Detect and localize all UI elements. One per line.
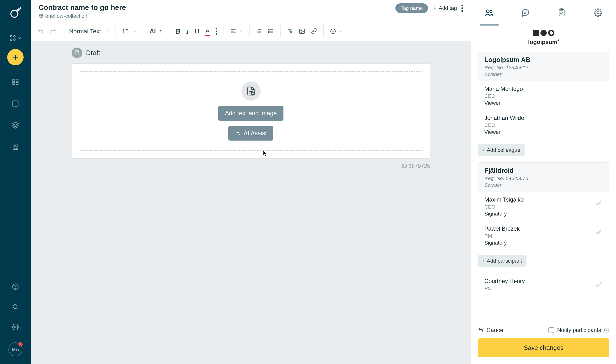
clear-format-button[interactable] — [287, 28, 293, 34]
company-header[interactable]: Logoipsum AB Reg. No. 12345612 Sweden — [478, 52, 609, 81]
chevron-down-icon — [105, 29, 109, 33]
panel-tabs — [471, 0, 616, 26]
document-header: Contract name to go here oneflow-collect… — [31, 0, 471, 22]
status-badge — [72, 48, 82, 58]
tag-chip[interactable]: Tag name — [395, 3, 428, 13]
workspace-switcher[interactable] — [9, 35, 21, 41]
svg-marker-57 — [340, 31, 342, 32]
font-size-select[interactable]: 16 — [122, 28, 137, 35]
svg-point-49 — [268, 29, 269, 30]
participant-row[interactable]: Maria Montego CEO Viewer — [478, 81, 609, 110]
primary-nav — [12, 78, 19, 150]
editor-area: Contract name to go here oneflow-collect… — [31, 0, 471, 364]
bullet-list-button[interactable] — [268, 28, 274, 34]
svg-point-53 — [301, 30, 302, 31]
tab-participants[interactable] — [471, 0, 507, 26]
bold-button[interactable]: B — [175, 27, 181, 35]
text-style-select[interactable]: Normal Text — [69, 28, 109, 35]
add-colleague-button[interactable]: + Add colleague — [478, 144, 525, 156]
counterparty-logo: logoipsum• — [478, 30, 609, 45]
document-title[interactable]: Contract name to go here — [39, 3, 395, 12]
participant-row[interactable]: Courtney Henry PO — [478, 273, 609, 295]
svg-point-20 — [15, 326, 16, 328]
collection-name: oneflow-collection — [45, 13, 87, 19]
svg-point-28 — [462, 7, 463, 9]
notification-dot — [18, 342, 23, 346]
nav-contacts[interactable] — [12, 143, 19, 150]
chevron-down-icon — [239, 29, 243, 33]
nav-templates[interactable] — [12, 122, 19, 129]
italic-button[interactable]: I — [186, 27, 189, 35]
document-menu[interactable] — [461, 5, 463, 12]
editor-toolbar: Normal Text 16 AI B I U A 123 — [31, 22, 471, 41]
link-button[interactable] — [311, 28, 317, 34]
canvas: Draft Add text and image AI Assist ID 18… — [31, 41, 471, 364]
create-button[interactable] — [7, 49, 24, 65]
add-tag-button[interactable]: Add tag — [432, 5, 457, 11]
checkbox[interactable] — [548, 327, 554, 333]
nav-dashboard[interactable] — [12, 78, 19, 86]
participant-row[interactable]: Pawel Brozek PM Signatory — [478, 221, 609, 250]
cancel-button[interactable]: Cancel — [478, 327, 504, 334]
company-header[interactable]: Fjälldroid Reg. No. 54645675 Sweden — [478, 163, 609, 192]
company-card: Logoipsum AB Reg. No. 12345612 Sweden Ma… — [478, 52, 609, 139]
add-text-image-button[interactable]: Add text and image — [218, 106, 283, 121]
tab-messages[interactable] — [507, 0, 544, 26]
text-color-button[interactable]: A — [205, 27, 210, 35]
app-logo — [9, 7, 21, 19]
panel-footer: Cancel Notify participants Save changes — [471, 322, 616, 364]
document-page: Add text and image AI Assist — [72, 64, 430, 158]
insert-button[interactable] — [330, 28, 343, 34]
undo-icon — [478, 327, 484, 333]
svg-point-2 — [20, 8, 21, 9]
image-button[interactable] — [299, 28, 305, 34]
participant-row[interactable]: Jonathan Wilde CEO Viewer — [478, 110, 609, 139]
empty-content-drop[interactable]: Add text and image AI Assist — [80, 71, 422, 151]
redo-button[interactable] — [50, 28, 56, 35]
svg-rect-60 — [252, 92, 254, 95]
nav-help[interactable] — [12, 283, 19, 290]
add-participant-button[interactable]: + Add participant — [478, 255, 527, 267]
participant-row[interactable]: Maxim Tsigalko CEO Signatory — [478, 192, 609, 221]
more-format-button[interactable] — [215, 28, 217, 35]
svg-marker-39 — [240, 31, 242, 32]
svg-point-4 — [14, 36, 15, 37]
ai-button[interactable]: AI — [150, 28, 163, 35]
nav-search[interactable] — [12, 303, 19, 310]
people-icon — [485, 8, 493, 17]
svg-point-5 — [10, 39, 12, 41]
svg-point-34 — [216, 30, 217, 32]
svg-point-51 — [268, 32, 269, 33]
svg-rect-10 — [16, 79, 18, 81]
ordered-list-button[interactable]: 123 — [256, 28, 262, 34]
signatory-check-icon — [595, 225, 603, 236]
svg-point-32 — [161, 32, 162, 32]
tab-settings[interactable] — [580, 0, 616, 26]
align-button[interactable] — [230, 28, 243, 34]
ai-assist-button[interactable]: AI Assist — [228, 126, 274, 141]
svg-point-18 — [13, 305, 17, 309]
svg-point-3 — [10, 36, 12, 37]
svg-point-15 — [14, 145, 16, 147]
svg-point-29 — [462, 10, 463, 12]
gear-icon — [594, 8, 602, 17]
save-changes-button[interactable]: Save changes — [478, 338, 609, 357]
svg-rect-21 — [39, 14, 41, 16]
svg-rect-9 — [13, 79, 15, 81]
notify-participants-toggle[interactable]: Notify participants — [548, 327, 609, 334]
svg-rect-24 — [42, 17, 43, 18]
underline-button[interactable]: U — [195, 27, 199, 35]
tab-audit[interactable] — [544, 0, 580, 26]
nav-documents[interactable] — [12, 100, 19, 107]
document-id: ID 1879725 — [72, 163, 430, 169]
info-icon[interactable] — [604, 327, 609, 333]
undo-button[interactable] — [37, 28, 44, 35]
user-avatar[interactable]: MA — [8, 342, 22, 356]
collection-link[interactable]: oneflow-collection — [39, 13, 395, 19]
signatory-check-icon — [595, 196, 603, 207]
nav-settings[interactable] — [12, 324, 19, 330]
svg-point-62 — [490, 11, 492, 13]
chat-icon — [521, 8, 530, 17]
svg-point-0 — [11, 10, 18, 17]
svg-marker-31 — [134, 31, 136, 32]
